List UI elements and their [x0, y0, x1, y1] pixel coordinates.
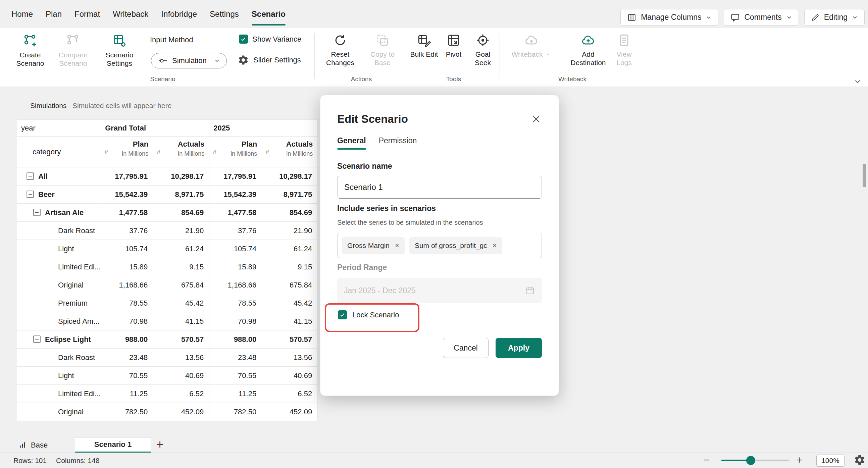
menu-item-format[interactable]: Format	[74, 0, 100, 28]
writeback-dropdown-button[interactable]: Writeback	[506, 33, 557, 58]
data-cell[interactable]: 6.52	[262, 385, 318, 403]
row-header-eclipse-light[interactable]: Eclipse Light	[17, 331, 101, 349]
row-header-artisan-ale[interactable]: Artisan Ale	[17, 204, 101, 222]
row-header-dark-roast[interactable]: Dark Roast	[17, 349, 101, 367]
data-cell[interactable]: 61.24	[153, 240, 209, 258]
row-header-dark-roast[interactable]: Dark Roast	[17, 222, 101, 240]
data-cell[interactable]: 1,168.66	[209, 276, 262, 294]
data-cell[interactable]: 23.48	[101, 349, 153, 367]
data-cell[interactable]: 10,298.17	[153, 167, 209, 186]
zoom-level[interactable]: 100%	[816, 455, 844, 467]
collapse-icon[interactable]	[33, 336, 40, 343]
row-header-beer[interactable]: Beer	[17, 186, 101, 204]
data-cell[interactable]: 8,971.75	[153, 186, 209, 204]
data-cell[interactable]: 988.00	[209, 331, 262, 349]
data-cell[interactable]: 675.84	[262, 276, 318, 294]
tab-general[interactable]: General	[337, 136, 366, 150]
data-cell[interactable]: 675.84	[153, 276, 209, 294]
data-cell[interactable]: 105.74	[209, 240, 262, 258]
data-cell[interactable]: 452.09	[262, 403, 318, 421]
data-cell[interactable]: 9.15	[153, 258, 209, 276]
column-header-actuals[interactable]: # Actuals in Millions	[262, 136, 318, 167]
data-cell[interactable]: 570.57	[153, 331, 209, 349]
apply-button[interactable]: Apply	[496, 338, 542, 358]
pivot-button[interactable]: Pivot	[438, 33, 469, 58]
scenario-settings-button[interactable]: Scenario Settings	[98, 33, 141, 67]
row-header-light[interactable]: Light	[17, 367, 101, 385]
zoom-out-button[interactable]: −	[703, 454, 710, 466]
column-header-actuals[interactable]: # Actuals in Millions	[153, 136, 209, 167]
collapse-icon[interactable]	[27, 173, 34, 180]
data-cell[interactable]: 37.76	[209, 222, 262, 240]
data-cell[interactable]: 70.55	[209, 367, 262, 385]
remove-tag-icon[interactable]: ×	[493, 241, 497, 250]
menu-item-home[interactable]: Home	[11, 0, 33, 28]
data-cell[interactable]: 570.57	[262, 331, 318, 349]
close-icon[interactable]	[531, 114, 542, 125]
data-cell[interactable]: 9.15	[262, 258, 318, 276]
slider-settings-button[interactable]: Slider Settings	[238, 54, 301, 66]
data-cell[interactable]: 40.69	[153, 367, 209, 385]
copy-to-base-button[interactable]: Copy to Base	[364, 33, 401, 67]
editing-mode-button[interactable]: Editing	[804, 9, 865, 26]
column-header-plan[interactable]: # Plan in Millions	[209, 136, 262, 167]
data-cell[interactable]: 11.25	[101, 385, 153, 403]
vertical-scrollbar[interactable]	[863, 164, 866, 187]
row-header-all[interactable]: All	[17, 167, 101, 186]
column-header-plan[interactable]: # Plan in Millions	[101, 136, 153, 167]
row-header-limited-edi-[interactable]: Limited Edi...	[17, 258, 101, 276]
tab-permission[interactable]: Permission	[379, 136, 417, 150]
data-cell[interactable]: 70.55	[101, 367, 153, 385]
data-cell[interactable]: 105.74	[101, 240, 153, 258]
data-cell[interactable]: 45.42	[153, 294, 209, 312]
data-cell[interactable]: 37.76	[101, 222, 153, 240]
tab-scenario-1[interactable]: Scenario 1	[75, 437, 151, 453]
row-header-premium[interactable]: Premium	[17, 294, 101, 312]
row-header-original[interactable]: Original	[17, 276, 101, 294]
menu-item-scenario[interactable]: Scenario	[252, 0, 285, 28]
add-sheet-button[interactable]: +	[156, 437, 163, 452]
menu-item-plan[interactable]: Plan	[45, 0, 62, 28]
zoom-slider-thumb[interactable]	[746, 456, 755, 465]
collapse-icon[interactable]	[27, 191, 34, 198]
lock-scenario-checkbox[interactable]: Lock Scenario	[338, 310, 399, 319]
data-cell[interactable]: 78.55	[209, 294, 262, 312]
data-cell[interactable]: 41.15	[153, 312, 209, 331]
data-cell[interactable]: 41.15	[262, 312, 318, 331]
row-header-spiced-am-[interactable]: Spiced Am...	[17, 312, 101, 331]
data-cell[interactable]: 10,298.17	[262, 167, 318, 186]
compare-scenario-button[interactable]: Compare Scenario	[51, 33, 95, 67]
simulation-dropdown[interactable]: Simulation	[151, 53, 227, 68]
data-cell[interactable]: 6.52	[153, 385, 209, 403]
zoom-in-button[interactable]: +	[797, 454, 803, 466]
cancel-button[interactable]: Cancel	[443, 338, 489, 358]
data-cell[interactable]: 15.89	[209, 258, 262, 276]
data-cell[interactable]: 45.42	[262, 294, 318, 312]
create-scenario-button[interactable]: Create Scenario	[8, 33, 52, 67]
tab-base[interactable]: Base	[19, 437, 48, 453]
data-cell[interactable]: 854.69	[153, 204, 209, 222]
data-cell[interactable]: 15.89	[101, 258, 153, 276]
data-cell[interactable]: 23.48	[209, 349, 262, 367]
data-cell[interactable]: 17,795.91	[101, 167, 153, 186]
comments-button[interactable]: Comments	[724, 9, 799, 26]
data-cell[interactable]: 40.69	[262, 367, 318, 385]
series-tag-list[interactable]: Gross Margin×Sum of gross_profit_gc×	[337, 233, 542, 258]
data-cell[interactable]: 13.56	[153, 349, 209, 367]
data-cell[interactable]: 70.98	[101, 312, 153, 331]
show-variance-checkbox[interactable]: Show Variance	[239, 35, 301, 43]
data-cell[interactable]: 15,542.39	[209, 186, 262, 204]
data-cell[interactable]: 782.50	[209, 403, 262, 421]
menu-item-settings[interactable]: Settings	[210, 0, 239, 28]
data-cell[interactable]: 70.98	[209, 312, 262, 331]
manage-columns-button[interactable]: Manage Columns	[620, 9, 718, 26]
row-header-limited-edi-[interactable]: Limited Edi...	[17, 385, 101, 403]
reset-changes-button[interactable]: Reset Changes	[318, 33, 362, 67]
data-cell[interactable]: 1,477.58	[209, 204, 262, 222]
menu-item-infobridge[interactable]: Infobridge	[161, 0, 197, 28]
row-header-light[interactable]: Light	[17, 240, 101, 258]
menu-item-writeback[interactable]: Writeback	[113, 0, 148, 28]
bulk-edit-button[interactable]: Bulk Edit	[410, 33, 438, 58]
goal-seek-button[interactable]: Goal Seek	[468, 33, 497, 67]
data-cell[interactable]: 1,168.66	[101, 276, 153, 294]
